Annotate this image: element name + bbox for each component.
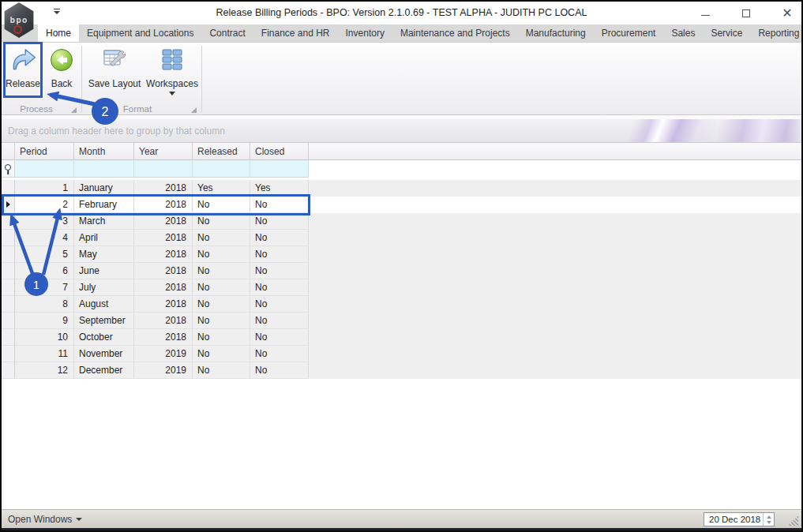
window-bottom-edge [2, 528, 801, 530]
cell-closed: No [250, 213, 309, 230]
workspaces-button[interactable]: Workspaces [144, 44, 200, 96]
cell-closed: No [250, 313, 309, 329]
cell-period: 6 [15, 263, 74, 279]
ribbon-tabs: HomeEquipment and LocationsContractFinan… [38, 24, 801, 42]
row-indicator [2, 362, 15, 379]
date-spinner[interactable] [763, 513, 774, 526]
minimize-button[interactable] [699, 7, 711, 20]
cell-released: No [193, 279, 250, 296]
save-layout-label: Save Layout [88, 78, 141, 89]
row-indicator [2, 346, 15, 362]
close-button[interactable]: ✕ [781, 7, 794, 20]
cell-period: 3 [15, 213, 74, 230]
cell-period: 2 [15, 197, 74, 213]
column-header-year[interactable]: Year [134, 143, 193, 160]
filter-cells [15, 160, 309, 178]
filter-cell-closed[interactable] [250, 160, 309, 178]
tab-contract[interactable]: Contract [201, 24, 253, 42]
group-by-panel[interactable]: Drag a column header here to group by th… [2, 118, 801, 143]
tab-inventory[interactable]: Inventory [338, 24, 392, 42]
cell-released: No [193, 246, 250, 263]
cell-closed: No [250, 197, 309, 213]
filter-cell-released[interactable] [193, 160, 250, 178]
filter-row [2, 160, 801, 178]
cell-closed: No [250, 263, 309, 279]
table-row[interactable]: 1January2018YesYes [2, 180, 801, 197]
column-header-released[interactable]: Released [193, 143, 250, 160]
group-separator [81, 46, 82, 112]
table-row[interactable]: 9September2018NoNo [2, 313, 801, 329]
column-header-period[interactable]: Period [15, 143, 74, 160]
chevron-down-icon [76, 518, 82, 521]
cell-released: Yes [193, 180, 250, 197]
process-dialog-launcher-icon[interactable] [71, 107, 77, 113]
process-group-label: Process [2, 103, 71, 115]
group-separator [201, 46, 202, 112]
cell-released: No [193, 197, 250, 213]
table-row[interactable]: 4April2018NoNo [2, 230, 801, 246]
cell-month: January [74, 180, 134, 197]
table-row[interactable]: 10October2018NoNo [2, 329, 801, 346]
release-button[interactable]: Release [5, 44, 41, 89]
cell-period: 5 [15, 246, 74, 263]
cell-closed: No [250, 362, 309, 379]
table-row[interactable]: 2February2018NoNo [2, 197, 801, 213]
column-header-month[interactable]: Month [74, 143, 134, 160]
cell-year: 2018 [134, 213, 193, 230]
cell-closed: No [250, 279, 309, 296]
cell-period: 10 [15, 329, 74, 346]
cell-released: No [193, 296, 250, 313]
row-indicator [2, 279, 15, 296]
table-row[interactable]: 7July2018NoNo [2, 279, 801, 296]
filter-cell-year[interactable] [134, 160, 193, 178]
filter-pin-icon [5, 164, 11, 170]
back-button-label: Back [51, 78, 73, 89]
release-button-label: Release [6, 78, 40, 89]
format-dialog-launcher-icon[interactable] [191, 107, 197, 113]
cell-released: No [193, 329, 250, 346]
tab-maintenance-and-projects[interactable]: Maintenance and Projects [392, 24, 518, 42]
tab-finance-and-hr[interactable]: Finance and HR [253, 24, 338, 42]
maximize-button[interactable] [740, 7, 752, 20]
table-row[interactable]: 11November2019NoNo [2, 346, 801, 362]
tab-equipment-and-locations[interactable]: Equipment and Locations [79, 24, 201, 42]
table-row[interactable]: 3March2018NoNo [2, 213, 801, 230]
cell-month: November [74, 346, 134, 362]
tab-home[interactable]: Home [38, 24, 79, 42]
cell-year: 2018 [134, 230, 193, 246]
spinner-down-icon [767, 521, 771, 524]
cell-closed: No [250, 230, 309, 246]
table-row[interactable]: 12December2019NoNo [2, 362, 801, 379]
cell-year: 2018 [134, 180, 193, 197]
table-row[interactable]: 6June2018NoNo [2, 263, 801, 279]
grid-header-cells: PeriodMonthYearReleasedClosed [15, 143, 309, 160]
maximize-icon [742, 9, 750, 17]
cell-closed: No [250, 246, 309, 263]
minimize-icon [701, 15, 710, 16]
tab-manufacturing[interactable]: Manufacturing [518, 24, 594, 42]
cell-year: 2019 [134, 362, 193, 379]
column-header-closed[interactable]: Closed [250, 143, 309, 160]
filter-cell-period[interactable] [15, 160, 74, 178]
back-button[interactable]: Back [45, 44, 78, 89]
workspaces-dropdown-icon[interactable] [169, 92, 175, 96]
table-row[interactable]: 5May2018NoNo [2, 246, 801, 263]
tab-service[interactable]: Service [703, 24, 750, 42]
date-field[interactable]: 20 Dec 2018 [704, 512, 775, 526]
cell-released: No [193, 263, 250, 279]
save-layout-button[interactable]: Save Layout [87, 44, 142, 89]
cell-period: 9 [15, 313, 74, 329]
cell-released: No [193, 213, 250, 230]
filter-cell-month[interactable] [74, 160, 134, 178]
cell-month: July [74, 279, 134, 296]
cell-year: 2019 [134, 346, 193, 362]
cell-period: 8 [15, 296, 74, 313]
resize-grip[interactable] [788, 515, 798, 526]
open-windows-menu[interactable]: Open Windows [8, 514, 82, 525]
tab-reporting[interactable]: Reporting [750, 24, 801, 42]
table-row[interactable]: 8August2018NoNo [2, 296, 801, 313]
cell-period: 11 [15, 346, 74, 362]
tab-sales[interactable]: Sales [663, 24, 703, 42]
tab-procurement[interactable]: Procurement [594, 24, 664, 42]
cell-year: 2018 [134, 296, 193, 313]
